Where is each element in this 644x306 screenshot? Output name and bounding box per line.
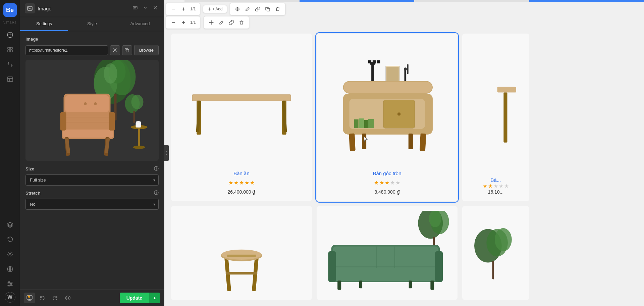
svg-rect-31 bbox=[63, 130, 113, 138]
panel-expand-icon[interactable] bbox=[131, 4, 139, 13]
panel-header-icons bbox=[131, 4, 159, 13]
svg-rect-100 bbox=[430, 280, 434, 290]
update-button[interactable]: Update bbox=[120, 293, 149, 303]
sidebar-icon-widget[interactable] bbox=[3, 43, 17, 56]
svg-rect-70 bbox=[359, 118, 364, 128]
update-dropdown-button[interactable]: ▲ bbox=[149, 293, 160, 303]
star2-1: ★ bbox=[374, 180, 379, 186]
product-2-price: 3.480.000 ₫ bbox=[374, 189, 399, 195]
sidebar-icon-preferences[interactable] bbox=[3, 277, 17, 291]
product-card-2[interactable]: Bàn góc tròn ★ ★ ★ ★ ★ 3.480.000 ₫ bbox=[317, 34, 458, 201]
url-input[interactable] bbox=[25, 45, 108, 55]
svg-rect-54 bbox=[371, 63, 374, 82]
app-logo[interactable]: Be bbox=[3, 3, 17, 17]
sidebar-icon-layout[interactable] bbox=[3, 72, 17, 86]
svg-rect-4 bbox=[10, 50, 12, 52]
copy-url-button[interactable] bbox=[122, 45, 132, 55]
desktop-device-icon[interactable] bbox=[24, 293, 35, 303]
star2-2: ★ bbox=[379, 180, 384, 186]
product-image-2 bbox=[322, 40, 452, 167]
svg-rect-94 bbox=[333, 267, 438, 281]
sidebar-icon-wp[interactable]: W bbox=[5, 292, 15, 303]
sel-delete-button[interactable] bbox=[237, 18, 246, 27]
browse-button[interactable]: Browse bbox=[134, 45, 159, 55]
sel-link-button[interactable] bbox=[227, 18, 236, 27]
svg-rect-58 bbox=[377, 60, 380, 63]
delete-tool-button[interactable] bbox=[273, 4, 282, 14]
svg-point-105 bbox=[495, 228, 512, 251]
svg-rect-72 bbox=[368, 119, 374, 128]
tab-advanced[interactable]: Advanced bbox=[116, 17, 164, 31]
svg-rect-5 bbox=[7, 77, 13, 82]
product-card-6[interactable] bbox=[462, 206, 529, 300]
sel-zoom-in-button[interactable] bbox=[179, 18, 188, 27]
sel-edit-button[interactable] bbox=[217, 18, 226, 27]
size-info-icon[interactable] bbox=[154, 166, 159, 172]
collapse-panel-handle[interactable] bbox=[164, 145, 169, 161]
preview-button[interactable] bbox=[62, 293, 73, 303]
svg-point-22 bbox=[131, 95, 144, 109]
svg-point-6 bbox=[9, 254, 11, 255]
sel-move-button[interactable] bbox=[207, 18, 216, 27]
svg-rect-79 bbox=[497, 87, 516, 93]
sel-zoom-out-button[interactable] bbox=[169, 18, 178, 27]
edit-tool-button[interactable] bbox=[243, 4, 252, 14]
tab-settings[interactable]: Settings bbox=[20, 17, 68, 31]
svg-point-10 bbox=[8, 285, 10, 286]
star-4: ★ bbox=[245, 180, 249, 186]
sidebar-icon-layers[interactable] bbox=[3, 218, 17, 232]
product-3-name: Bà... bbox=[491, 177, 501, 183]
add-element-button[interactable]: + Add bbox=[206, 7, 224, 11]
product-3-price: 16.10... bbox=[488, 189, 504, 195]
product-2-name: Bàn góc tròn bbox=[373, 170, 401, 176]
panel-header: Image bbox=[20, 0, 164, 17]
redo-button[interactable] bbox=[50, 293, 60, 303]
star-1: ★ bbox=[228, 180, 233, 186]
size-select[interactable]: Full size Large Medium Thumbnail bbox=[25, 174, 159, 186]
product-card-3[interactable]: Bà... ★ ★ ★ ★ ★ 16.10... bbox=[462, 34, 529, 201]
svg-rect-33 bbox=[109, 112, 115, 131]
svg-rect-1 bbox=[8, 47, 10, 49]
svg-rect-78 bbox=[420, 134, 426, 151]
svg-point-42 bbox=[136, 121, 141, 123]
panel-dropdown-icon[interactable] bbox=[141, 4, 149, 13]
panel-close-icon[interactable] bbox=[151, 4, 159, 13]
size-label: Size bbox=[25, 166, 34, 171]
link-tool-button[interactable] bbox=[253, 4, 262, 14]
tab-style[interactable]: Style bbox=[68, 17, 116, 31]
move-tool-button[interactable] bbox=[233, 4, 242, 14]
product-image-1 bbox=[176, 40, 307, 167]
sidebar-icon-history[interactable] bbox=[3, 233, 17, 246]
sidebar-icon-globe[interactable] bbox=[3, 262, 17, 276]
svg-rect-39 bbox=[138, 127, 140, 147]
product-2-stars: ★ ★ ★ ★ ★ bbox=[374, 180, 400, 186]
product-1-stars: ★ ★ ★ ★ ★ bbox=[228, 180, 255, 186]
stretch-select[interactable]: No Yes bbox=[25, 199, 159, 210]
svg-rect-102 bbox=[409, 280, 412, 288]
star2-3: ★ bbox=[385, 180, 389, 186]
stretch-info-icon[interactable] bbox=[154, 190, 159, 196]
zoom-controls: 1/1 bbox=[166, 3, 200, 15]
product-card-4[interactable] bbox=[171, 206, 312, 300]
svg-rect-47 bbox=[267, 8, 270, 11]
zoom-in-button[interactable] bbox=[179, 4, 188, 14]
image-preview bbox=[25, 60, 159, 161]
undo-button[interactable] bbox=[37, 293, 48, 303]
svg-rect-32 bbox=[60, 112, 66, 131]
product-card-5[interactable] bbox=[317, 206, 458, 300]
svg-point-46 bbox=[67, 297, 69, 299]
star2-4: ★ bbox=[390, 180, 395, 186]
sidebar-icon-settings[interactable] bbox=[3, 248, 17, 261]
stretch-select-wrapper: No Yes ▾ bbox=[25, 199, 159, 210]
panel-title: Image bbox=[38, 6, 128, 11]
svg-rect-25 bbox=[65, 95, 109, 112]
svg-rect-61 bbox=[405, 69, 407, 81]
sidebar-icon-add[interactable] bbox=[3, 28, 17, 42]
sidebar-icon-sort[interactable] bbox=[3, 58, 17, 71]
svg-rect-75 bbox=[349, 134, 356, 151]
zoom-out-button[interactable] bbox=[169, 4, 178, 14]
product-card-1[interactable]: Bàn ăn ★ ★ ★ ★ ★ 26.400.000 ₫ bbox=[171, 34, 312, 201]
duplicate-tool-button[interactable] bbox=[263, 4, 272, 14]
svg-rect-86 bbox=[226, 272, 257, 275]
clear-url-button[interactable] bbox=[110, 45, 120, 55]
